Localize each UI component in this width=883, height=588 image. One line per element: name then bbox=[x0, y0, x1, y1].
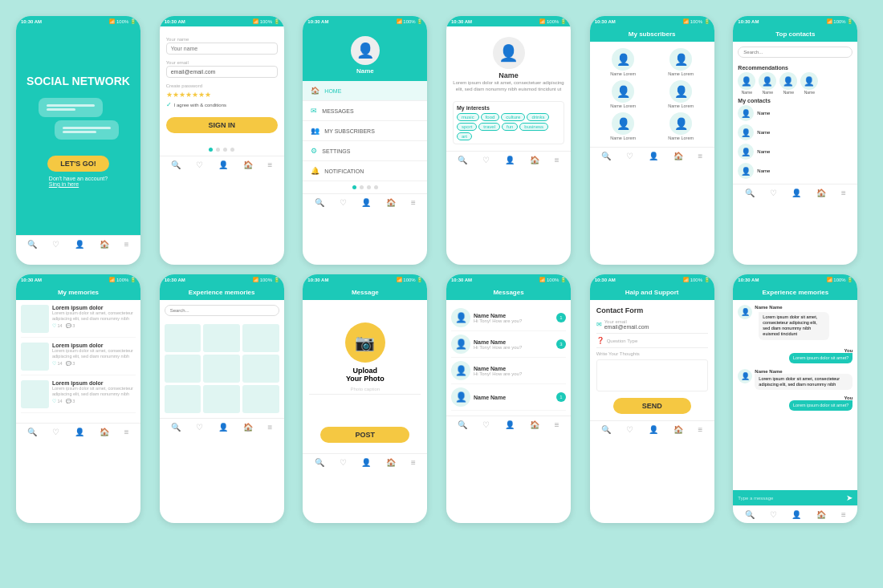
menu-icon[interactable]: ≡ bbox=[555, 420, 560, 429]
message-item-1[interactable]: 👤 Name Name Hi Tony! How are you? 1 bbox=[451, 305, 566, 331]
heart-icon[interactable]: ♡ bbox=[196, 423, 203, 432]
profile-icon[interactable]: 👤 bbox=[791, 510, 801, 519]
message-item-2[interactable]: 👤 Name Name Hi Tony! How are you? 3 bbox=[451, 331, 566, 358]
chat-input-placeholder[interactable]: Type a message bbox=[738, 496, 846, 501]
checkmark-icon: ✓ bbox=[166, 101, 172, 108]
subscribers-header: My subscribers bbox=[590, 26, 714, 42]
profile-icon[interactable]: 👤 bbox=[75, 240, 84, 249]
upload-circle[interactable]: 📷 bbox=[345, 322, 385, 363]
subscriber-avatar-6: 👤 bbox=[669, 112, 692, 135]
heart-icon[interactable]: ♡ bbox=[196, 160, 203, 169]
home-icon[interactable]: 🏠 bbox=[530, 420, 539, 429]
status-bar-4: 10:30 AM 📶 100% 🔋 bbox=[446, 16, 571, 26]
message-item-4[interactable]: 👤 Name Name 1 bbox=[451, 384, 566, 411]
search-icon[interactable]: 🔍 bbox=[745, 189, 755, 197]
heart-icon[interactable]: ♡ bbox=[770, 510, 777, 519]
home-icon[interactable]: 🏠 bbox=[673, 425, 683, 434]
heart-icon[interactable]: ♡ bbox=[482, 156, 490, 164]
menu-icon[interactable]: ≡ bbox=[411, 198, 416, 207]
interests-section: My interests music food culture drinks s… bbox=[453, 101, 564, 144]
lets-go-button[interactable]: LET'S GO! bbox=[47, 156, 109, 172]
msg-content-1: Name Name Hi Tony! How are you? bbox=[474, 313, 553, 323]
menu-icon[interactable]: ≡ bbox=[698, 425, 702, 434]
profile-icon[interactable]: 👤 bbox=[649, 152, 658, 160]
heart-icon[interactable]: ♡ bbox=[482, 420, 490, 429]
search-icon[interactable]: 🔍 bbox=[171, 423, 181, 432]
menu-icon[interactable]: ≡ bbox=[267, 423, 272, 432]
settings-menu-icon: ⚙ bbox=[311, 147, 317, 155]
post-button[interactable]: POST bbox=[320, 427, 409, 443]
profile-icon[interactable]: 👤 bbox=[361, 458, 371, 467]
menu-item-settings[interactable]: ⚙ SETTINGS bbox=[303, 141, 427, 161]
home-icon[interactable]: 🏠 bbox=[100, 428, 109, 436]
heart-icon[interactable]: ♡ bbox=[340, 458, 347, 467]
profile-icon[interactable]: 👤 bbox=[361, 198, 371, 207]
home-icon[interactable]: 🏠 bbox=[243, 423, 253, 432]
search-icon[interactable]: 🔍 bbox=[27, 240, 37, 249]
msg-avatar-3: 👤 bbox=[451, 361, 470, 380]
profile-icon[interactable]: 👤 bbox=[218, 160, 228, 169]
menu-item-subscribers[interactable]: 👥 MY SUBSCRIBERS bbox=[303, 121, 427, 141]
heart-icon[interactable]: ♡ bbox=[52, 428, 59, 436]
search-icon[interactable]: 🔍 bbox=[601, 152, 611, 160]
sign-in-link[interactable]: Sing in here bbox=[49, 181, 79, 187]
msg-badge-2: 3 bbox=[556, 339, 566, 349]
menu-icon[interactable]: ≡ bbox=[841, 189, 846, 197]
chat-input-bar[interactable]: Type a message ➤ bbox=[733, 490, 857, 505]
subscribers-grid: 👤 Name Lorem 👤 Name Lorem 👤 Name Lorem 👤… bbox=[596, 48, 708, 140]
msg-badge-4: 1 bbox=[556, 392, 566, 402]
profile-icon[interactable]: 👤 bbox=[75, 428, 84, 436]
photo-9 bbox=[242, 385, 279, 413]
home-icon[interactable]: 🏠 bbox=[100, 240, 109, 249]
home-icon[interactable]: 🏠 bbox=[386, 458, 396, 467]
home-icon[interactable]: 🏠 bbox=[816, 510, 826, 519]
name-input[interactable] bbox=[166, 43, 278, 55]
search-icon[interactable]: 🔍 bbox=[458, 420, 467, 429]
home-icon[interactable]: 🏠 bbox=[816, 189, 826, 197]
menu-icon[interactable]: ≡ bbox=[124, 428, 129, 436]
menu-icon[interactable]: ≡ bbox=[267, 160, 272, 169]
menu-item-notification[interactable]: 🔔 NOTIFICATION bbox=[303, 161, 427, 181]
avatar-image: 👤 bbox=[351, 36, 380, 65]
thoughts-textarea[interactable] bbox=[596, 359, 708, 391]
home-icon[interactable]: 🏠 bbox=[243, 160, 253, 169]
heart-icon[interactable]: ♡ bbox=[52, 240, 59, 249]
menu-icon[interactable]: ≡ bbox=[411, 458, 416, 467]
phone-menu: 10:30 AM 📶 100% 🔋 👤 Name 🏠 HOME ✉ MESSAG… bbox=[303, 16, 427, 265]
search-icon[interactable]: 🔍 bbox=[27, 428, 37, 436]
menu-item-home[interactable]: 🏠 HOME bbox=[303, 81, 427, 101]
menu-icon[interactable]: ≡ bbox=[555, 156, 560, 164]
signin-button[interactable]: SIGN IN bbox=[166, 117, 278, 133]
profile-icon[interactable]: 👤 bbox=[791, 189, 801, 197]
menu-icon[interactable]: ≡ bbox=[841, 510, 846, 519]
search-icon[interactable]: 🔍 bbox=[315, 458, 324, 467]
memory-image-3 bbox=[21, 380, 49, 408]
send-button[interactable]: SEND bbox=[613, 398, 691, 414]
heart-icon[interactable]: ♡ bbox=[626, 152, 633, 160]
photo-6 bbox=[242, 355, 279, 383]
msg-content-2: Name Name Hi Tony! How are you? bbox=[474, 339, 553, 350]
profile-icon[interactable]: 👤 bbox=[505, 156, 515, 164]
search-icon[interactable]: 🔍 bbox=[601, 425, 611, 434]
home-icon[interactable]: 🏠 bbox=[673, 152, 683, 160]
heart-icon[interactable]: ♡ bbox=[340, 198, 347, 207]
menu-icon[interactable]: ≡ bbox=[124, 240, 129, 249]
send-icon[interactable]: ➤ bbox=[846, 493, 852, 502]
heart-icon[interactable]: ♡ bbox=[626, 425, 633, 434]
email-input[interactable] bbox=[166, 66, 278, 78]
profile-icon[interactable]: 👤 bbox=[649, 425, 658, 434]
search-icon[interactable]: 🔍 bbox=[315, 198, 324, 207]
contacts-search[interactable] bbox=[738, 47, 852, 58]
search-icon[interactable]: 🔍 bbox=[745, 510, 755, 519]
heart-icon[interactable]: ♡ bbox=[770, 189, 777, 197]
search-icon[interactable]: 🔍 bbox=[171, 160, 181, 169]
menu-icon[interactable]: ≡ bbox=[698, 152, 702, 160]
profile-icon[interactable]: 👤 bbox=[218, 423, 228, 432]
experience-search[interactable] bbox=[165, 305, 279, 316]
menu-item-messages[interactable]: ✉ MESSAGES bbox=[303, 101, 427, 121]
message-item-3[interactable]: 👤 Name Name Hi Tony! How are you? bbox=[451, 358, 566, 384]
home-icon[interactable]: 🏠 bbox=[530, 156, 539, 164]
profile-icon[interactable]: 👤 bbox=[505, 420, 515, 429]
search-icon[interactable]: 🔍 bbox=[458, 156, 467, 164]
home-icon[interactable]: 🏠 bbox=[386, 198, 396, 207]
